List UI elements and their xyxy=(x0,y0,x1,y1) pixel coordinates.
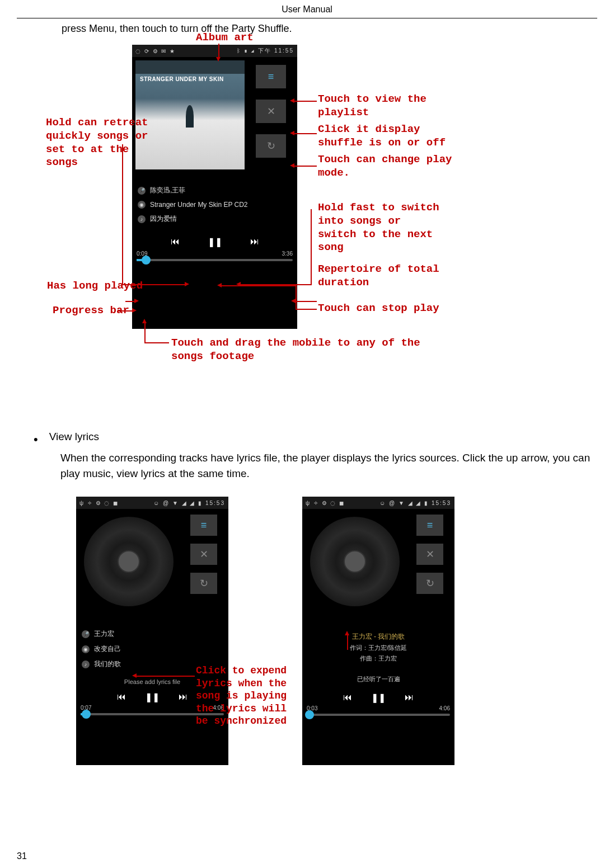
label-has-played: Has long played xyxy=(47,280,143,293)
pause-button[interactable]: ❚❚ xyxy=(208,237,222,247)
note-icon: ♪ xyxy=(138,215,146,223)
page: User Manual press Menu, then touch to tu… xyxy=(0,0,614,868)
repeat-button[interactable]: ↻ xyxy=(256,134,286,158)
page-header: User Manual xyxy=(0,0,614,15)
arrow-play-mode xyxy=(294,166,317,167)
pause-button-left[interactable]: ❚❚ xyxy=(145,692,160,702)
status-bar: ◌ ⟳ ⚙ ✉ ★ ᛒ ▮ ◢ 下午 11:55 xyxy=(132,45,297,57)
progress-area: 0:09 3:36 xyxy=(132,251,297,266)
total-right: 4:06 xyxy=(439,705,450,711)
status-bar-right: ψ ✧ ⚙ ◌ ◼ ☺ @ ▼ ◢ ◢ ▮ 15:53 xyxy=(302,497,454,509)
disc-icon: ◉ xyxy=(138,201,146,209)
progress-bar[interactable] xyxy=(137,259,293,261)
list-icon: ≡ xyxy=(268,71,274,83)
repeat-icon: ↻ xyxy=(200,577,208,589)
album-name-left: 改变自己 xyxy=(94,644,121,654)
shuffle-button-left[interactable]: ✕ xyxy=(190,544,217,565)
label-next-song: Hold fast to switch into songs or switch… xyxy=(318,201,439,254)
arrow-playlist xyxy=(294,101,317,102)
arrowhead-progress xyxy=(132,308,137,313)
track-meta-left: 🎤王力宏 ◉改变自己 ♪我们的歌 xyxy=(76,610,228,672)
pause-button-right[interactable]: ❚❚ xyxy=(371,692,386,703)
s2-body: When the corresponding tracks have lyric… xyxy=(0,447,614,481)
lyrics-sung: 已经听了一百遍 xyxy=(302,664,454,685)
arrow-drag-h xyxy=(144,342,169,343)
next-button-right[interactable]: ⏭ xyxy=(405,692,414,703)
list-icon: ≡ xyxy=(427,520,433,531)
arrow-stop-v xyxy=(296,285,297,309)
arrowhead-expand-r xyxy=(345,631,349,635)
s2-heading: View lyrics xyxy=(49,431,99,443)
status-icons-left-r: ψ ✧ ⚙ ◌ ◼ xyxy=(306,500,345,506)
shuffle-icon: ✕ xyxy=(426,548,434,560)
song-name: 因为爱情 xyxy=(150,214,177,224)
label-view-playlist: Touch to view the playlist xyxy=(318,93,426,120)
total-time: 3:36 xyxy=(282,251,293,257)
phone-right: ψ ✧ ⚙ ◌ ◼ ☺ @ ▼ ◢ ◢ ▮ 15:53 ≡ ✕ ↻ 王力宏 - … xyxy=(302,497,454,765)
progress-bar-right[interactable] xyxy=(307,714,450,716)
album-cover-figure xyxy=(186,105,194,128)
prev-button-right[interactable]: ⏮ xyxy=(343,692,352,703)
label-retreat: Hold can retreat quickly songs or set to… xyxy=(46,116,148,169)
side-buttons-left: ≡ ✕ ↻ xyxy=(190,515,217,594)
shuffle-button[interactable]: ✕ xyxy=(256,100,286,123)
playlist-button[interactable]: ≡ xyxy=(256,65,286,88)
artist-name-left: 王力宏 xyxy=(94,629,114,639)
shuffle-button-right[interactable]: ✕ xyxy=(416,544,443,565)
repeat-button-right[interactable]: ↻ xyxy=(416,573,443,594)
arrowhead-duration xyxy=(291,299,296,303)
status-time: 下午 11:55 xyxy=(258,48,294,54)
figure-1: ◌ ⟳ ⚙ ✉ ★ ᛒ ▮ ◢ 下午 11:55 STRANGER UNDER … xyxy=(0,34,614,386)
arrowhead-stop xyxy=(217,283,222,287)
arrowhead-played xyxy=(134,299,139,303)
arrow-drag-v xyxy=(144,323,146,343)
playlist-button-left[interactable]: ≡ xyxy=(190,515,217,536)
album-cover: STRANGER UNDER MY SKIN xyxy=(135,60,245,169)
track-meta: 🎤陈奕迅,王菲 ◉Stranger Under My Skin EP CD2 ♪… xyxy=(132,173,297,227)
arrowhead-shuffle xyxy=(290,131,294,135)
page-number: 31 xyxy=(17,851,27,861)
progress-thumb-right[interactable] xyxy=(305,710,314,719)
artist-row-left: 🎤王力宏 xyxy=(82,626,223,641)
arrowhead-drag xyxy=(142,319,147,323)
artist-row: 🎤陈奕迅,王菲 xyxy=(138,183,292,198)
arrowhead-playlist xyxy=(290,98,294,103)
arrowhead-play-mode xyxy=(290,163,294,168)
label-shuffle: Click it display shuffle is on or off xyxy=(318,123,446,150)
status-bar-left: ψ ✧ ⚙ ◌ ◼ ☺ @ ▼ ◢ ◢ ▮ 15:53 xyxy=(76,497,228,509)
lyrics-block: 王力宏 - 我们的歌 作词：王力宏/陈信延 作曲：王力宏 已经听了一百遍 xyxy=(302,610,454,688)
next-button-left[interactable]: ⏭ xyxy=(179,692,188,702)
mic-icon: 🎤 xyxy=(82,630,90,638)
label-expand-lyrics: Click to expend lyrics when the song is … xyxy=(196,664,287,728)
status-time-right: 15:53 xyxy=(432,500,451,506)
arrowhead-album-art xyxy=(216,57,221,62)
arrowhead-expand-l xyxy=(132,673,137,678)
next-button[interactable]: ⏭ xyxy=(250,237,259,247)
song-name-left: 我们的歌 xyxy=(94,659,121,669)
label-play-mode: Touch can change play mode. xyxy=(318,153,452,180)
album-row: ◉Stranger Under My Skin EP CD2 xyxy=(138,198,292,211)
artist-name: 陈奕迅,王菲 xyxy=(150,186,185,195)
arrowhead-retreat xyxy=(185,282,189,286)
label-duration: Repertoire of total duration xyxy=(318,263,439,290)
bullet-icon: • xyxy=(34,432,38,447)
side-buttons: ≡ ✕ ↻ xyxy=(256,65,286,169)
playlist-button-right[interactable]: ≡ xyxy=(416,515,443,536)
arrow-progress-h xyxy=(118,310,132,312)
status-icons-left-l: ψ ✧ ⚙ ◌ ◼ xyxy=(79,500,119,506)
disc-icon: ◉ xyxy=(82,645,90,653)
progress-thumb-left[interactable] xyxy=(82,710,91,719)
note-icon: ♪ xyxy=(82,661,90,668)
progress-thumb[interactable] xyxy=(142,256,151,265)
shuffle-icon: ✕ xyxy=(200,548,208,560)
lyrics-composer: 作曲：王力宏 xyxy=(302,653,454,664)
status-icons-right-r: ☺ @ ▼ ◢ ◢ ▮ 15:53 xyxy=(379,500,451,506)
repeat-button-left[interactable]: ↻ xyxy=(190,573,217,594)
shuffle-icon: ✕ xyxy=(267,105,275,117)
arrow-shuffle xyxy=(294,133,317,134)
prev-button[interactable]: ⏮ xyxy=(171,237,180,247)
arrow-played-h xyxy=(125,301,134,302)
prev-button-left[interactable]: ⏮ xyxy=(117,692,126,702)
arrow-stop-h xyxy=(296,309,317,310)
album-area-right: ≡ ✕ ↻ xyxy=(302,509,454,610)
